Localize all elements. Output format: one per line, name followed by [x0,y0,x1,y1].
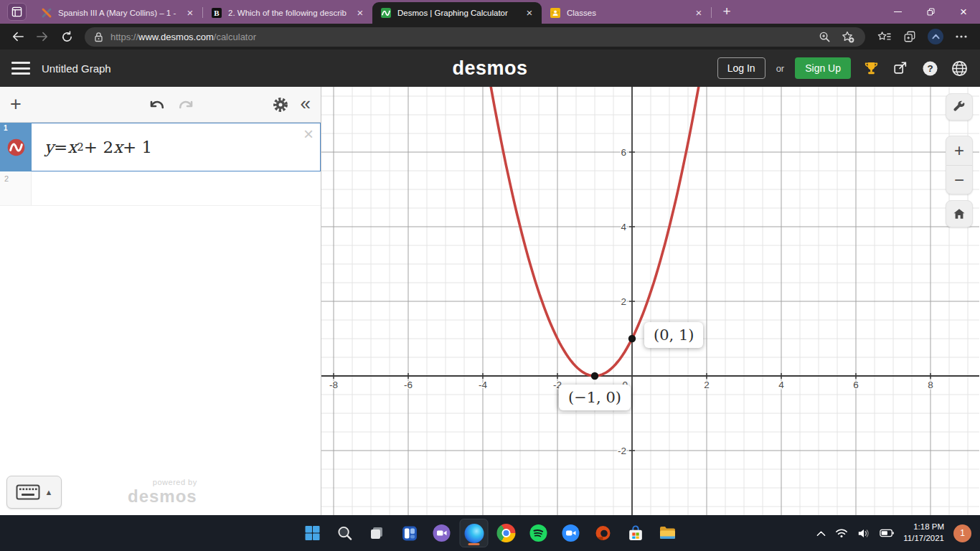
tab-spanish[interactable]: Spanish III A (Mary Collins) – 1 - × [33,2,202,24]
tab-classes[interactable]: Classes × [542,2,711,24]
close-window-button[interactable]: × [947,0,980,24]
office-icon [595,524,612,542]
trophy-button[interactable] [862,59,880,77]
chrome-button[interactable] [492,519,521,547]
widgets-button[interactable] [395,519,424,547]
expression-row-2[interactable]: 2 [0,171,321,206]
tab-close-icon[interactable]: × [523,6,536,19]
wifi-icon [835,528,848,538]
graph-settings-group [946,93,973,121]
graph-canvas[interactable]: -8-6-4-202468-2246 [321,87,979,515]
minimize-button[interactable] [881,0,914,24]
curve-style-icon[interactable] [6,138,26,157]
point-label: (0, 1) [644,322,703,348]
file-explorer-button[interactable] [654,519,682,547]
zoom-in-button[interactable]: + [946,136,972,165]
tab-question[interactable]: B 2. Which of the following describ × [203,2,372,24]
zoom-out-button[interactable]: − [946,165,972,194]
tab-close-icon[interactable]: × [354,6,367,19]
login-button[interactable]: Log In [717,57,765,79]
graph-paper[interactable]: -8-6-4-202468-2246 + − (−1, 0)(0, 1) [321,87,980,515]
wifi-button[interactable] [835,528,848,538]
notification-badge[interactable]: 1 [953,524,971,542]
office-button[interactable] [589,519,618,547]
taskbar-clock[interactable]: 1:18 PM 11/17/2021 [903,522,944,544]
signup-button[interactable]: Sign Up [795,57,851,79]
favorites-button[interactable] [872,26,895,47]
settings-more-button[interactable] [950,26,973,47]
svg-text:2: 2 [621,296,626,307]
undo-icon[interactable] [148,97,166,113]
task-view-icon [369,524,386,542]
video-chat-button[interactable] [428,519,456,547]
restore-icon [926,7,936,17]
video-chat-icon [433,524,451,542]
new-tab-button[interactable]: + [719,4,735,19]
equation-display[interactable]: y = x2 + 2x + 1 [32,123,321,171]
watermark-line2: desmos [128,488,197,505]
zoom-button[interactable] [557,519,585,547]
minimize-icon [894,11,902,12]
tray-chevron-button[interactable] [816,530,826,537]
collections-icon [903,30,916,43]
redo-icon[interactable] [176,97,195,113]
forward-button[interactable] [32,26,53,47]
panel-toolbar-right: « [273,96,311,113]
battery-button[interactable] [880,529,894,537]
workspaces-icon [11,6,22,17]
expression-gutter[interactable]: 1 [0,123,32,171]
tab-close-icon[interactable]: × [184,6,197,19]
expression-number: 2 [0,171,32,205]
main-menu-button[interactable] [11,62,30,75]
tab-desmos[interactable]: Desmos | Graphing Calculator × [372,2,542,24]
graph-point[interactable] [628,335,636,342]
zoom-page-button[interactable] [816,28,833,45]
expression-number: 1 [4,124,8,132]
battery-icon [880,529,894,537]
url-text[interactable]: https://www.desmos.com/calculator [110,32,256,42]
star-plus-icon [842,31,854,43]
zoom-group: + − [946,136,973,194]
start-button[interactable] [298,519,327,547]
restore-button[interactable] [914,0,947,24]
widgets-icon [400,524,418,542]
edge-button[interactable] [460,519,489,547]
svg-text:-6: -6 [404,380,413,390]
collections-button[interactable] [898,26,921,47]
chevron-up-icon: ▲ [45,488,53,496]
refresh-button[interactable] [56,26,77,47]
language-button[interactable] [950,59,969,77]
graph-point[interactable] [591,372,598,380]
collapse-panel-icon[interactable]: « [301,94,311,113]
svg-text:2: 2 [704,380,710,390]
remove-expression-icon[interactable]: × [303,126,314,143]
extension-button[interactable] [924,26,947,47]
zoom-controls: + − [946,127,973,227]
microsoft-store-icon [626,524,644,542]
search-button[interactable] [331,519,359,547]
browser-window: Spanish III A (Mary Collins) – 1 - × B 2… [0,0,980,551]
svg-text:-4: -4 [479,380,487,390]
main-content: + « 1 y = x2 + 2x + 1 × 2 [0,87,980,515]
graph-title[interactable]: Untitled Graph [42,62,111,75]
expression-row-1[interactable]: 1 y = x2 + 2x + 1 × [0,123,321,171]
microsoft-store-button[interactable] [621,519,650,547]
desmos-header: Untitled Graph desmos Log In or Sign Up … [0,50,980,87]
tab-close-icon[interactable]: × [692,6,705,19]
tab-actions-button[interactable] [7,3,27,21]
add-expression-button[interactable]: + [10,95,22,114]
graph-settings-button[interactable] [946,93,973,121]
share-button[interactable] [891,59,910,77]
add-favorite-button[interactable] [839,28,857,45]
settings-gear-icon[interactable] [273,97,288,113]
chevron-up-icon [816,530,826,537]
back-button[interactable] [7,26,29,47]
default-viewport-button[interactable] [946,200,973,227]
task-view-button[interactable] [363,519,392,547]
spotify-icon [529,524,548,542]
help-button[interactable]: ? [920,59,939,77]
keyboard-toggle-button[interactable]: ▲ [6,476,62,509]
spotify-button[interactable] [524,519,553,547]
volume-button[interactable] [857,528,870,539]
address-bar[interactable]: https://www.desmos.com/calculator [85,27,865,47]
